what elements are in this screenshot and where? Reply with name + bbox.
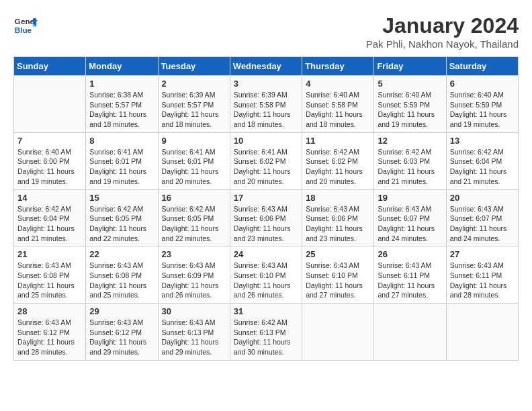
weekday-header-thursday: Thursday	[302, 57, 374, 76]
day-number: 5	[378, 79, 442, 89]
calendar-cell	[302, 304, 374, 361]
calendar-cell: 16Sunrise: 6:42 AMSunset: 6:05 PMDayligh…	[158, 189, 230, 246]
calendar-cell: 21Sunrise: 6:43 AMSunset: 6:08 PMDayligh…	[14, 246, 86, 304]
calendar-cell: 30Sunrise: 6:43 AMSunset: 6:13 PMDayligh…	[158, 304, 230, 361]
day-info: Sunrise: 6:42 AMSunset: 6:05 PMDaylight:…	[162, 204, 226, 244]
logo-icon: General Blue	[13, 13, 38, 38]
calendar-cell: 24Sunrise: 6:43 AMSunset: 6:10 PMDayligh…	[230, 246, 302, 304]
logo: General Blue	[13, 13, 38, 38]
calendar-cell: 23Sunrise: 6:43 AMSunset: 6:09 PMDayligh…	[158, 246, 230, 304]
calendar-cell: 15Sunrise: 6:42 AMSunset: 6:05 PMDayligh…	[86, 189, 158, 246]
calendar-cell: 18Sunrise: 6:43 AMSunset: 6:06 PMDayligh…	[302, 189, 374, 246]
calendar-cell: 14Sunrise: 6:42 AMSunset: 6:04 PMDayligh…	[14, 189, 86, 246]
day-info: Sunrise: 6:40 AMSunset: 5:58 PMDaylight:…	[306, 90, 370, 130]
weekday-header-row: SundayMondayTuesdayWednesdayThursdayFrid…	[14, 57, 519, 76]
day-number: 7	[17, 136, 82, 146]
day-number: 30	[162, 306, 226, 316]
day-info: Sunrise: 6:39 AMSunset: 5:58 PMDaylight:…	[234, 90, 298, 130]
day-number: 14	[17, 193, 82, 203]
day-number: 9	[162, 136, 226, 146]
day-info: Sunrise: 6:38 AMSunset: 5:57 PMDaylight:…	[89, 90, 154, 130]
day-info: Sunrise: 6:40 AMSunset: 5:59 PMDaylight:…	[450, 90, 515, 130]
calendar-table: SundayMondayTuesdayWednesdayThursdayFrid…	[13, 56, 519, 361]
day-number: 10	[234, 136, 298, 146]
day-number: 13	[450, 136, 515, 146]
calendar-cell: 1Sunrise: 6:38 AMSunset: 5:57 PMDaylight…	[86, 76, 158, 133]
week-row-4: 21Sunrise: 6:43 AMSunset: 6:08 PMDayligh…	[14, 246, 519, 304]
week-row-1: 1Sunrise: 6:38 AMSunset: 5:57 PMDaylight…	[14, 76, 519, 133]
weekday-header-saturday: Saturday	[446, 57, 518, 76]
day-info: Sunrise: 6:43 AMSunset: 6:12 PMDaylight:…	[17, 318, 82, 357]
day-number: 11	[306, 136, 370, 146]
calendar-cell	[446, 304, 518, 361]
calendar-cell: 2Sunrise: 6:39 AMSunset: 5:57 PMDaylight…	[158, 76, 230, 133]
day-info: Sunrise: 6:42 AMSunset: 6:03 PMDaylight:…	[378, 147, 442, 187]
day-info: Sunrise: 6:43 AMSunset: 6:10 PMDaylight:…	[234, 261, 298, 300]
day-number: 20	[450, 193, 515, 203]
day-info: Sunrise: 6:43 AMSunset: 6:11 PMDaylight:…	[450, 261, 515, 300]
day-number: 15	[89, 193, 154, 203]
title-block: January 2024 Pak Phli, Nakhon Nayok, Tha…	[366, 13, 519, 50]
page-header: General Blue January 2024 Pak Phli, Nakh…	[13, 13, 519, 50]
day-info: Sunrise: 6:41 AMSunset: 6:01 PMDaylight:…	[162, 147, 226, 187]
calendar-cell: 12Sunrise: 6:42 AMSunset: 6:03 PMDayligh…	[374, 132, 446, 189]
day-number: 27	[450, 249, 515, 259]
calendar-cell: 6Sunrise: 6:40 AMSunset: 5:59 PMDaylight…	[446, 76, 518, 133]
calendar-cell: 20Sunrise: 6:43 AMSunset: 6:07 PMDayligh…	[446, 189, 518, 246]
calendar-cell	[374, 304, 446, 361]
day-info: Sunrise: 6:43 AMSunset: 6:06 PMDaylight:…	[306, 204, 370, 244]
location-subtitle: Pak Phli, Nakhon Nayok, Thailand	[366, 38, 519, 50]
calendar-cell: 9Sunrise: 6:41 AMSunset: 6:01 PMDaylight…	[158, 132, 230, 189]
day-number: 2	[162, 79, 226, 89]
calendar-cell: 31Sunrise: 6:42 AMSunset: 6:13 PMDayligh…	[230, 304, 302, 361]
week-row-2: 7Sunrise: 6:40 AMSunset: 6:00 PMDaylight…	[14, 132, 519, 189]
day-number: 21	[17, 249, 82, 259]
calendar-cell: 5Sunrise: 6:40 AMSunset: 5:59 PMDaylight…	[374, 76, 446, 133]
calendar-cell: 25Sunrise: 6:43 AMSunset: 6:10 PMDayligh…	[302, 246, 374, 304]
day-number: 3	[234, 79, 298, 89]
calendar-cell: 26Sunrise: 6:43 AMSunset: 6:11 PMDayligh…	[374, 246, 446, 304]
day-info: Sunrise: 6:42 AMSunset: 6:04 PMDaylight:…	[17, 204, 82, 244]
day-number: 19	[378, 193, 442, 203]
weekday-header-friday: Friday	[374, 57, 446, 76]
day-number: 24	[234, 249, 298, 259]
calendar-cell: 13Sunrise: 6:42 AMSunset: 6:04 PMDayligh…	[446, 132, 518, 189]
weekday-header-wednesday: Wednesday	[230, 57, 302, 76]
svg-text:Blue: Blue	[15, 26, 32, 34]
day-number: 12	[378, 136, 442, 146]
calendar-cell: 8Sunrise: 6:41 AMSunset: 6:01 PMDaylight…	[86, 132, 158, 189]
day-info: Sunrise: 6:42 AMSunset: 6:13 PMDaylight:…	[234, 318, 298, 357]
day-info: Sunrise: 6:43 AMSunset: 6:08 PMDaylight:…	[89, 261, 154, 300]
calendar-cell: 10Sunrise: 6:41 AMSunset: 6:02 PMDayligh…	[230, 132, 302, 189]
day-info: Sunrise: 6:43 AMSunset: 6:08 PMDaylight:…	[17, 261, 82, 300]
day-info: Sunrise: 6:43 AMSunset: 6:06 PMDaylight:…	[234, 204, 298, 244]
day-info: Sunrise: 6:43 AMSunset: 6:11 PMDaylight:…	[378, 261, 442, 300]
day-info: Sunrise: 6:40 AMSunset: 5:59 PMDaylight:…	[378, 90, 442, 130]
day-info: Sunrise: 6:42 AMSunset: 6:02 PMDaylight:…	[306, 147, 370, 187]
day-info: Sunrise: 6:42 AMSunset: 6:05 PMDaylight:…	[89, 204, 154, 244]
day-number: 4	[306, 79, 370, 89]
day-info: Sunrise: 6:39 AMSunset: 5:57 PMDaylight:…	[162, 90, 226, 130]
day-info: Sunrise: 6:43 AMSunset: 6:10 PMDaylight:…	[306, 261, 370, 300]
calendar-cell: 4Sunrise: 6:40 AMSunset: 5:58 PMDaylight…	[302, 76, 374, 133]
day-number: 6	[450, 79, 515, 89]
calendar-cell: 17Sunrise: 6:43 AMSunset: 6:06 PMDayligh…	[230, 189, 302, 246]
day-number: 29	[89, 306, 154, 316]
day-number: 18	[306, 193, 370, 203]
day-info: Sunrise: 6:41 AMSunset: 6:01 PMDaylight:…	[89, 147, 154, 187]
day-info: Sunrise: 6:43 AMSunset: 6:09 PMDaylight:…	[162, 261, 226, 300]
month-title: January 2024	[366, 13, 519, 38]
calendar-cell: 11Sunrise: 6:42 AMSunset: 6:02 PMDayligh…	[302, 132, 374, 189]
calendar-cell: 28Sunrise: 6:43 AMSunset: 6:12 PMDayligh…	[14, 304, 86, 361]
day-number: 26	[378, 249, 442, 259]
day-number: 22	[89, 249, 154, 259]
calendar-cell: 7Sunrise: 6:40 AMSunset: 6:00 PMDaylight…	[14, 132, 86, 189]
day-info: Sunrise: 6:41 AMSunset: 6:02 PMDaylight:…	[234, 147, 298, 187]
weekday-header-monday: Monday	[86, 57, 158, 76]
calendar-cell	[14, 76, 86, 133]
day-number: 8	[89, 136, 154, 146]
day-number: 16	[162, 193, 226, 203]
day-info: Sunrise: 6:43 AMSunset: 6:13 PMDaylight:…	[162, 318, 226, 357]
calendar-cell: 3Sunrise: 6:39 AMSunset: 5:58 PMDaylight…	[230, 76, 302, 133]
day-info: Sunrise: 6:42 AMSunset: 6:04 PMDaylight:…	[450, 147, 515, 187]
